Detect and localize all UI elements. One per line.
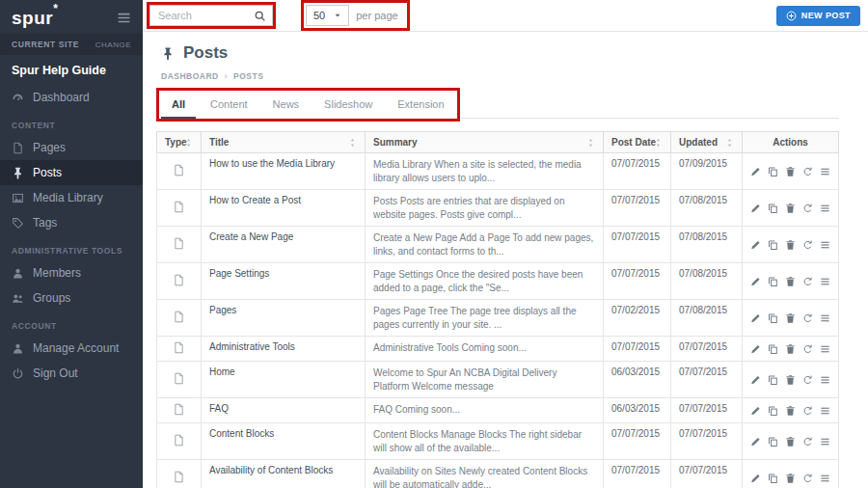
duplicate-icon[interactable] <box>768 436 778 447</box>
history-icon[interactable] <box>802 405 813 417</box>
new-post-button[interactable]: NEW POST <box>776 6 860 26</box>
delete-icon[interactable] <box>785 473 796 484</box>
history-icon[interactable] <box>802 374 813 386</box>
duplicate-icon[interactable] <box>768 239 778 251</box>
details-icon[interactable] <box>820 473 830 484</box>
post-title[interactable]: Pages <box>202 300 366 337</box>
breadcrumb-dashboard[interactable]: DASHBOARD <box>161 71 219 81</box>
column-label: Type <box>165 137 187 148</box>
details-icon[interactable] <box>820 343 830 355</box>
sort-icon[interactable] <box>348 138 357 148</box>
post-title[interactable]: Administrative Tools <box>202 337 366 362</box>
duplicate-icon[interactable] <box>768 312 778 324</box>
search-highlight-box <box>147 2 276 29</box>
tab-slideshow[interactable]: Slideshow <box>312 91 385 119</box>
history-icon[interactable] <box>802 312 813 324</box>
post-title[interactable]: How to Create a Post <box>202 190 366 227</box>
sidebar-item-sign-out[interactable]: Sign Out <box>0 361 143 386</box>
per-page-value: 50 <box>313 10 325 21</box>
sort-icon[interactable] <box>586 138 595 148</box>
delete-icon[interactable] <box>785 374 796 386</box>
duplicate-icon[interactable] <box>768 473 778 484</box>
sidebar-item-manage-account[interactable]: Manage Account <box>0 336 143 361</box>
history-icon[interactable] <box>802 436 813 447</box>
history-icon[interactable] <box>802 239 813 251</box>
post-title[interactable]: Content Blocks <box>202 423 366 460</box>
column-header-summary[interactable]: Summary <box>366 132 604 153</box>
duplicate-icon[interactable] <box>768 276 778 287</box>
details-icon[interactable] <box>820 203 830 214</box>
edit-icon[interactable] <box>750 436 761 447</box>
edit-icon[interactable] <box>750 276 761 287</box>
delete-icon[interactable] <box>785 203 796 214</box>
details-icon[interactable] <box>820 166 830 177</box>
tab-all[interactable]: All <box>159 91 198 119</box>
delete-icon[interactable] <box>785 343 796 355</box>
post-date: 07/07/2015 <box>604 337 671 362</box>
history-icon[interactable] <box>802 276 813 287</box>
details-icon[interactable] <box>820 405 830 417</box>
delete-icon[interactable] <box>785 166 796 177</box>
search-icon[interactable] <box>254 10 266 22</box>
details-icon[interactable] <box>820 436 830 447</box>
sidebar-item-tags[interactable]: Tags <box>0 210 143 235</box>
edit-icon[interactable] <box>750 239 761 251</box>
duplicate-icon[interactable] <box>768 405 778 417</box>
change-site-link[interactable]: CHANGE <box>95 41 131 49</box>
type-cell <box>157 263 202 300</box>
sidebar-item-pages[interactable]: Pages <box>0 135 143 160</box>
column-header-type[interactable]: Type <box>157 132 202 153</box>
post-title[interactable]: Home <box>202 362 366 398</box>
delete-icon[interactable] <box>785 312 796 324</box>
edit-icon[interactable] <box>750 203 761 214</box>
details-icon[interactable] <box>820 239 830 251</box>
post-title[interactable]: Availability of Content Blocks <box>202 460 366 488</box>
search-input[interactable] <box>150 10 254 21</box>
edit-icon[interactable] <box>750 343 761 355</box>
logo-row: spur* <box>0 0 143 34</box>
history-icon[interactable] <box>802 473 813 484</box>
edit-icon[interactable] <box>750 312 761 324</box>
edit-icon[interactable] <box>750 374 761 386</box>
edit-icon[interactable] <box>750 405 761 417</box>
delete-icon[interactable] <box>785 436 796 447</box>
column-header-post-date[interactable]: Post Date <box>604 132 671 153</box>
post-updated: 07/07/2015 <box>671 337 743 362</box>
table-row: FAQFAQ Coming soon...06/03/201507/07/201… <box>157 398 839 423</box>
sidebar-item-posts[interactable]: Posts <box>0 160 143 185</box>
history-icon[interactable] <box>802 203 813 214</box>
post-summary: Welcome to Spur An NCBA Digital Delivery… <box>366 362 604 398</box>
details-icon[interactable] <box>820 374 830 386</box>
details-icon[interactable] <box>820 276 830 287</box>
post-title[interactable]: Create a New Page <box>202 227 366 263</box>
post-title[interactable]: How to use the Media Library <box>202 153 366 190</box>
tab-news[interactable]: News <box>260 91 312 119</box>
duplicate-icon[interactable] <box>768 374 778 386</box>
delete-icon[interactable] <box>785 276 796 287</box>
edit-icon[interactable] <box>750 166 761 177</box>
post-title[interactable]: Page Settings <box>202 263 366 300</box>
sidebar-item-media-library[interactable]: Media Library <box>0 185 143 210</box>
sort-icon[interactable] <box>725 138 734 148</box>
edit-icon[interactable] <box>750 473 761 484</box>
delete-icon[interactable] <box>785 405 796 417</box>
duplicate-icon[interactable] <box>768 166 778 177</box>
details-icon[interactable] <box>820 312 830 324</box>
history-icon[interactable] <box>802 166 813 177</box>
duplicate-icon[interactable] <box>768 203 778 214</box>
post-date: 07/07/2015 <box>604 153 671 190</box>
tabs: AllContentNewsSlideshowExtension <box>159 91 457 119</box>
sidebar-item-groups[interactable]: Groups <box>0 285 143 311</box>
duplicate-icon[interactable] <box>768 343 778 355</box>
post-title[interactable]: FAQ <box>202 398 366 423</box>
per-page-select[interactable]: 50 <box>306 5 349 26</box>
column-header-title[interactable]: Title <box>202 132 366 153</box>
column-header-updated[interactable]: Updated <box>671 132 743 153</box>
tab-extension[interactable]: Extension <box>385 91 456 119</box>
history-icon[interactable] <box>802 343 813 355</box>
delete-icon[interactable] <box>785 239 796 251</box>
sidebar-item-dashboard[interactable]: Dashboard <box>0 85 143 110</box>
menu-icon[interactable] <box>117 11 131 25</box>
sidebar-item-members[interactable]: Members <box>0 260 143 285</box>
tab-content[interactable]: Content <box>198 91 260 119</box>
